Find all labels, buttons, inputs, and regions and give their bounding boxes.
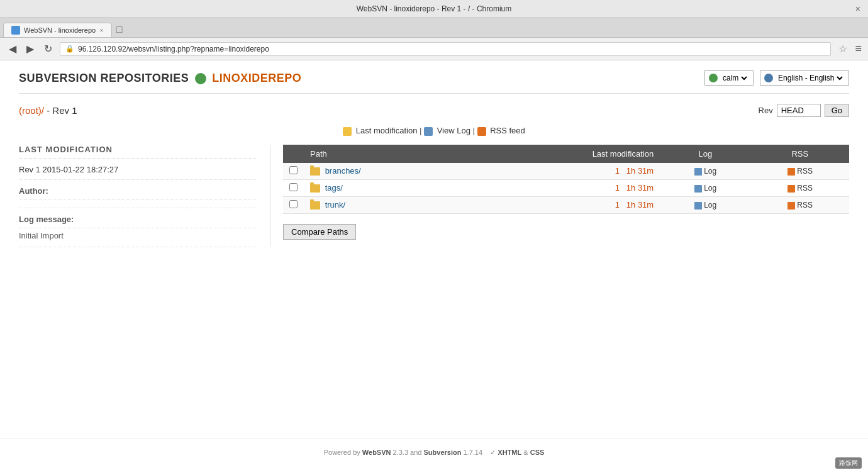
rev-label: Rev [759, 106, 773, 115]
sidebar-log-value: Initial Import [19, 231, 257, 247]
rss-link[interactable]: RSS [797, 184, 813, 193]
repo-name: LINOXIDEREPO [212, 72, 301, 84]
rev-input[interactable] [777, 104, 821, 117]
log-icon-sm [694, 202, 702, 210]
rss-link[interactable]: RSS [797, 167, 813, 176]
path-link[interactable]: branches/ [325, 166, 361, 176]
row-rev-cell: 1 1h 31m [468, 163, 660, 180]
footer-xhtml-link[interactable]: XHTML [498, 449, 521, 456]
breadcrumb-row: (root)/ - Rev 1 Rev Go [19, 104, 849, 117]
rev-link[interactable]: 1 [615, 200, 620, 210]
site-branding: SUBVERSION REPOSITORIES LINOXIDEREPO [19, 72, 301, 85]
tab-label: WebSVN - linoxiderepo [24, 26, 96, 34]
theme-select-input[interactable]: calm [720, 73, 749, 83]
time-link[interactable]: 1h 31m [626, 183, 654, 193]
browser-title: WebSVN - linoxiderepo - Rev 1 - / - Chro… [357, 4, 512, 13]
folder-icon [310, 201, 320, 210]
sidebar-rev-info: Rev 1 2015-01-22 18:27:27 [19, 165, 257, 180]
view-log-link[interactable]: View Log [437, 126, 470, 135]
footer-check-icon: ✓ [490, 449, 496, 456]
log-icon-sm [694, 168, 702, 176]
browser-close-button[interactable]: × [855, 4, 860, 14]
footer-websvn-label: WebSVN [362, 449, 391, 456]
reload-button[interactable]: ↻ [42, 42, 55, 56]
site-title: SUBVERSION REPOSITORIES LINOXIDEREPO [19, 72, 301, 84]
address-box[interactable]: 🔒 96.126.120.92/websvn/listing.php?repna… [60, 42, 831, 56]
row-checkbox-cell[interactable] [283, 163, 304, 180]
forward-button[interactable]: ▶ [24, 42, 36, 56]
root-link[interactable]: (root)/ [19, 105, 44, 116]
action-links: Last modification | View Log | RSS feed [19, 126, 849, 136]
compare-paths-button[interactable]: Compare Paths [283, 224, 356, 240]
row-path-cell: trunk/ [304, 196, 468, 213]
rss-icon [477, 127, 486, 136]
footer-css-label: CSS [530, 449, 545, 456]
footer-subversion-link[interactable]: Subversion [423, 449, 461, 456]
rev-link[interactable]: 1 [615, 166, 620, 176]
footer-css-link[interactable]: CSS [530, 449, 545, 456]
rss-link[interactable]: RSS [797, 201, 813, 210]
bookmark-star-icon[interactable]: ☆ [838, 43, 847, 55]
rss-icon-sm [787, 202, 795, 210]
row-checkbox-cell[interactable] [283, 179, 304, 196]
row-log-cell: Log [660, 196, 750, 213]
browser-tab-active[interactable]: WebSVN - linoxiderepo × [3, 23, 112, 37]
sidebar-author-label: Author: [19, 186, 257, 200]
time-link[interactable]: 1h 31m [626, 166, 654, 176]
separator-2: | [473, 126, 477, 135]
log-link[interactable]: Log [704, 167, 716, 176]
theme-selector[interactable]: calm [704, 70, 754, 86]
footer-and: and [410, 449, 421, 456]
log-link[interactable]: Log [704, 184, 716, 193]
row-checkbox-cell[interactable] [283, 196, 304, 213]
rss-icon-sm [787, 185, 795, 193]
rev-go-button[interactable]: Go [825, 104, 849, 117]
new-tab-button[interactable]: □ [112, 22, 127, 37]
browser-addressbar: ◀ ▶ ↻ 🔒 96.126.120.92/websvn/listing.php… [0, 38, 868, 60]
path-link[interactable]: trunk/ [325, 200, 346, 210]
rss-icon-sm [787, 168, 795, 176]
last-modification-link[interactable]: Last modification [356, 126, 418, 135]
row-log-cell: Log [660, 163, 750, 180]
browser-titlebar: WebSVN - linoxiderepo - Rev 1 - / - Chro… [0, 0, 868, 18]
row-rev-cell: 1 1h 31m [468, 196, 660, 213]
footer-websvn-version: 2.3.3 [393, 449, 408, 456]
address-text: 96.126.120.92/websvn/listing.php?repname… [78, 45, 269, 53]
separator-1: | [420, 126, 424, 135]
table-row: branches/ 1 1h 31m Log RSS [283, 163, 849, 180]
row-checkbox[interactable] [289, 200, 298, 208]
file-table-body: branches/ 1 1h 31m Log RSS tags/ 1 1h 31… [283, 163, 849, 214]
main-layout: LAST MODIFICATION Rev 1 2015-01-22 18:27… [19, 145, 849, 247]
sidebar-log-label: Log message: [19, 215, 257, 228]
file-table: Path Last modification Log RSS branches/… [283, 145, 849, 214]
sidebar-section-title: LAST MODIFICATION [19, 145, 257, 159]
row-rss-cell: RSS [751, 196, 849, 213]
page-header: SUBVERSION REPOSITORIES LINOXIDEREPO cal… [19, 70, 849, 94]
page-content: SUBVERSION REPOSITORIES LINOXIDEREPO cal… [0, 60, 868, 425]
log-link[interactable]: Log [704, 201, 716, 210]
path-link[interactable]: tags/ [325, 183, 343, 193]
browser-menu-button[interactable]: ≡ [855, 42, 862, 55]
lang-select-input[interactable]: English - English [776, 73, 845, 83]
path-col-header: Path [304, 145, 468, 163]
row-rss-cell: RSS [751, 163, 849, 180]
watermark: 路饭网 [835, 457, 862, 467]
footer-websvn-link[interactable]: WebSVN [362, 449, 391, 456]
table-header-row: Path Last modification Log RSS [283, 145, 849, 163]
rev-control: Rev Go [759, 104, 849, 117]
rev-suffix: - Rev 1 [44, 105, 77, 116]
language-selector[interactable]: English - English [760, 70, 849, 86]
time-link[interactable]: 1h 31m [626, 200, 654, 210]
pencil-icon [343, 127, 352, 136]
tab-close-icon[interactable]: × [99, 26, 103, 34]
header-controls: calm English - English [704, 70, 849, 86]
row-checkbox[interactable] [289, 183, 298, 191]
rev-link[interactable]: 1 [615, 183, 620, 193]
footer-powered-by: Powered by [324, 449, 360, 456]
row-checkbox[interactable] [289, 166, 298, 174]
last-mod-col-header: Last modification [468, 145, 660, 163]
log-icon [424, 127, 433, 136]
rss-feed-link[interactable]: RSS feed [490, 126, 525, 135]
back-button[interactable]: ◀ [6, 42, 19, 56]
footer-subversion-version: 1.7.14 [463, 449, 482, 456]
